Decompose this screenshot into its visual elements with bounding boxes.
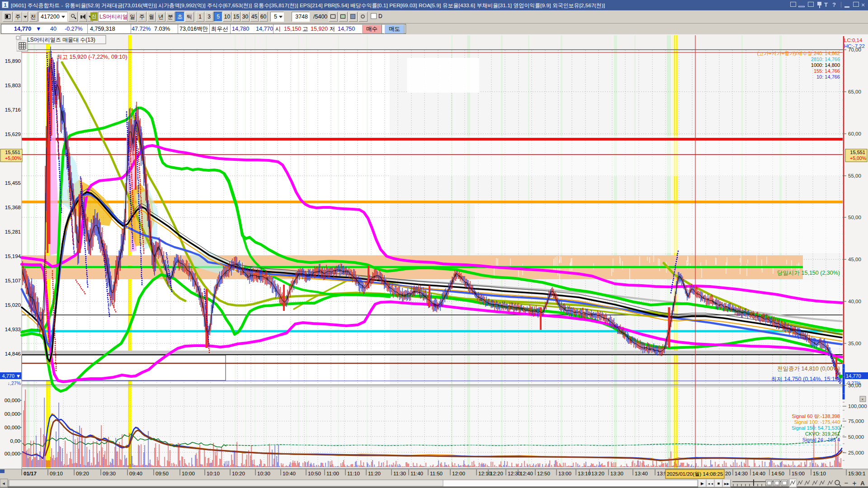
svg-text:−: − <box>844 479 849 487</box>
svg-text:15,551: 15,551 <box>5 150 20 155</box>
svg-text:15,629: 15,629 <box>5 131 21 137</box>
svg-text:15:00: 15:00 <box>792 471 805 476</box>
svg-text:13:40: 13:40 <box>635 471 648 476</box>
svg-text:15,020: 15,020 <box>5 302 21 308</box>
svg-text:10:30: 10:30 <box>257 471 270 476</box>
svg-text:11:20: 11:20 <box>368 471 381 476</box>
svg-text:4,770 ▼: 4,770 ▼ <box>2 373 21 379</box>
svg-text:Signal 100: -175,440: Signal 100: -175,440 <box>794 419 840 425</box>
svg-text:00,000: 00,000 <box>5 411 20 417</box>
svg-text:10: 14,766: 10: 14,766 <box>816 74 840 80</box>
svg-text:↓,27%: ↓,27% <box>8 380 21 386</box>
svg-text:13:00: 13:00 <box>558 471 571 476</box>
svg-text:15,803: 15,803 <box>5 83 21 88</box>
svg-text:30,00: 30,00 <box>848 383 861 388</box>
svg-text:14:40: 14:40 <box>752 471 765 476</box>
svg-text:14:50: 14:50 <box>771 471 784 476</box>
svg-text:155: 14,766: 155: 14,766 <box>814 68 840 74</box>
svg-text:10:10: 10:10 <box>207 471 220 476</box>
svg-text:01/17: 01/17 <box>24 471 37 476</box>
svg-text:전일종가 14,810 (0,00%): 전일종가 14,810 (0,00%) <box>777 366 840 372</box>
svg-text:15,551: 15,551 <box>850 150 865 155</box>
svg-text:10:50: 10:50 <box>308 471 321 476</box>
svg-text:11:40: 11:40 <box>410 471 423 476</box>
svg-text:LS머티리얼즈 매물대 수(13): LS머티리얼즈 매물대 수(13) <box>27 37 95 43</box>
svg-text:100,000: 100,000 <box>848 404 867 409</box>
svg-text:09:20: 09:20 <box>76 471 89 476</box>
svg-text:A: A <box>860 480 865 487</box>
svg-text:14,846: 14,846 <box>5 351 21 357</box>
svg-text:◄: ◄ <box>2 481 6 486</box>
svg-text:14:30: 14:30 <box>735 471 748 476</box>
svg-text:35,00: 35,00 <box>848 341 861 346</box>
svg-text:12:20: 12:20 <box>490 471 503 476</box>
svg-text:10:00: 10:00 <box>182 471 195 476</box>
svg-text:14,933: 14,933 <box>5 327 21 332</box>
svg-text:75,000: 75,000 <box>848 418 864 424</box>
svg-text:15,716: 15,716 <box>5 107 21 113</box>
svg-text:40,00: 40,00 <box>848 299 861 304</box>
svg-text:65,00: 65,00 <box>848 89 861 94</box>
svg-text:1000: 14,800: 1000: 14,800 <box>811 62 840 68</box>
svg-text:0,00: 0,00 <box>10 438 20 444</box>
svg-text:최고 15,920 (-7,22%, 09:10): 최고 15,920 (-7,22%, 09:10) <box>57 54 127 60</box>
svg-text:10:20: 10:20 <box>232 471 245 476</box>
svg-text:10:40: 10:40 <box>283 471 296 476</box>
svg-text:당일시가 15,150 (2,30%): 당일시가 15,150 (2,30%) <box>777 270 840 276</box>
svg-text:Signal 60 량:-138,398: Signal 60 량:-138,398 <box>792 413 840 419</box>
svg-text:13:10: 13:10 <box>578 471 591 476</box>
svg-text:25,000: 25,000 <box>848 450 864 455</box>
svg-text:LC:0,14: LC:0,14 <box>844 38 863 43</box>
svg-text:+5,00%: +5,00% <box>5 155 21 161</box>
svg-text:12:50: 12:50 <box>537 471 550 476</box>
svg-text:00,000: 00,000 <box>5 451 20 456</box>
svg-text:12:40: 12:40 <box>520 471 533 476</box>
svg-text:15,368: 15,368 <box>5 205 21 210</box>
svg-text:15,455: 15,455 <box>5 180 21 186</box>
svg-text:+5,00%: +5,00% <box>850 155 866 161</box>
svg-text:09:50: 09:50 <box>156 471 169 476</box>
svg-text:11:00: 11:00 <box>326 471 339 476</box>
svg-text:×: × <box>861 397 863 402</box>
svg-text:2810: 14,766: 2810: 14,766 <box>811 56 840 62</box>
svg-text:50,000: 50,000 <box>848 434 864 440</box>
svg-text:45,00: 45,00 <box>848 257 861 262</box>
svg-text:12:30: 12:30 <box>508 471 521 476</box>
svg-text:HC:-7,22: HC:-7,22 <box>844 43 865 49</box>
svg-text:15,107: 15,107 <box>5 278 21 283</box>
svg-text:최저 14,750 (0,14%, 15:19): 최저 14,750 (0,14%, 15:19) <box>771 376 840 382</box>
svg-text:15:10: 15:10 <box>813 471 826 476</box>
svg-text:▶: ▶ <box>701 481 704 486</box>
svg-text:14,770: 14,770 <box>846 373 861 379</box>
svg-text:55,00: 55,00 <box>848 173 861 178</box>
svg-text:15:30:1: 15:30:1 <box>848 471 865 476</box>
svg-text:50,00: 50,00 <box>848 215 861 220</box>
svg-text:▶▶: ▶▶ <box>724 482 729 485</box>
svg-text:09:10: 09:10 <box>50 471 63 476</box>
svg-text:Signal 24: -183 4: Signal 24: -183 4 <box>802 437 840 442</box>
svg-text:(고가+저가+종가)/제수창 240: 14,862: (고가+저가+종가)/제수창 240: 14,862 <box>757 51 840 56</box>
svg-text:09:40: 09:40 <box>129 471 142 476</box>
svg-text:■: ■ <box>717 481 720 486</box>
svg-text:15,890: 15,890 <box>5 58 21 64</box>
svg-text:13:30: 13:30 <box>610 471 623 476</box>
svg-text:11:30: 11:30 <box>393 471 406 476</box>
svg-text:20: 20 <box>725 471 731 476</box>
svg-text:12:10: 12:10 <box>478 471 491 476</box>
svg-text:09:30: 09:30 <box>103 471 116 476</box>
svg-text:60,00: 60,00 <box>848 131 861 136</box>
svg-text:◄◄: ◄◄ <box>708 482 714 485</box>
svg-text:Signal 150: 54,71,530: Signal 150: 54,71,530 <box>792 425 840 431</box>
svg-text:00,000: 00,000 <box>5 398 20 403</box>
svg-text:15,194: 15,194 <box>5 253 21 259</box>
svg-text:11:10: 11:10 <box>347 471 360 476</box>
svg-text:11:50: 11:50 <box>430 471 443 476</box>
svg-text:15,281: 15,281 <box>5 229 21 235</box>
svg-text:13:20: 13:20 <box>591 471 604 476</box>
svg-text:CKVO: 319,261: CKVO: 319,261 <box>805 431 840 436</box>
svg-text:+: + <box>852 479 856 487</box>
svg-text:00,000: 00,000 <box>5 425 20 430</box>
svg-text:12:00: 12:00 <box>452 471 465 476</box>
svg-text:2025/01/20(월) 14:08:25: 2025/01/20(월) 14:08:25 <box>667 471 723 477</box>
